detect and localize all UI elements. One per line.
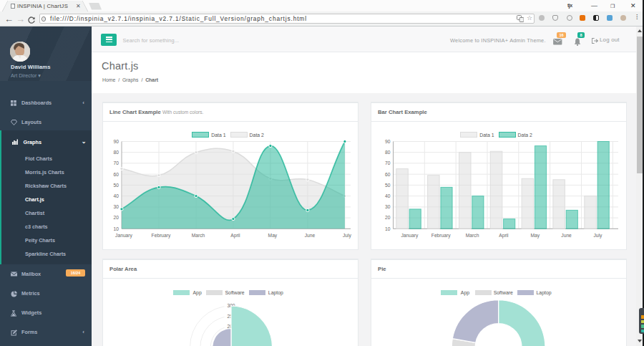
svg-text:50: 50	[385, 183, 391, 188]
svg-text:20: 20	[114, 215, 119, 220]
svg-text:20: 20	[385, 215, 391, 220]
svg-text:10: 10	[385, 226, 391, 231]
svg-text:40: 40	[114, 193, 119, 198]
svg-text:90: 90	[385, 139, 391, 144]
svg-text:80: 80	[385, 150, 391, 155]
svg-text:March: March	[192, 233, 205, 238]
svg-text:10: 10	[114, 226, 119, 231]
svg-text:90: 90	[114, 139, 119, 144]
svg-text:January: January	[115, 233, 132, 239]
svg-text:February: February	[431, 233, 451, 239]
svg-text:30: 30	[385, 204, 391, 209]
svg-text:July: July	[593, 233, 602, 239]
svg-text:May: May	[530, 233, 540, 239]
svg-text:50: 50	[114, 183, 119, 188]
svg-text:February: February	[152, 233, 171, 239]
svg-text:April: April	[230, 233, 240, 239]
svg-text:June: June	[561, 233, 572, 238]
svg-text:May: May	[268, 233, 278, 239]
svg-text:June: June	[305, 233, 316, 238]
svg-text:40: 40	[385, 193, 391, 198]
svg-text:January: January	[401, 233, 419, 239]
svg-text:April: April	[499, 233, 509, 239]
svg-text:30: 30	[114, 204, 119, 209]
svg-text:70: 70	[385, 160, 391, 165]
svg-text:March: March	[466, 233, 479, 238]
svg-text:60: 60	[114, 172, 119, 177]
svg-text:80: 80	[114, 150, 119, 155]
svg-text:July: July	[343, 233, 352, 239]
svg-text:70: 70	[114, 160, 119, 165]
svg-text:60: 60	[385, 172, 391, 177]
